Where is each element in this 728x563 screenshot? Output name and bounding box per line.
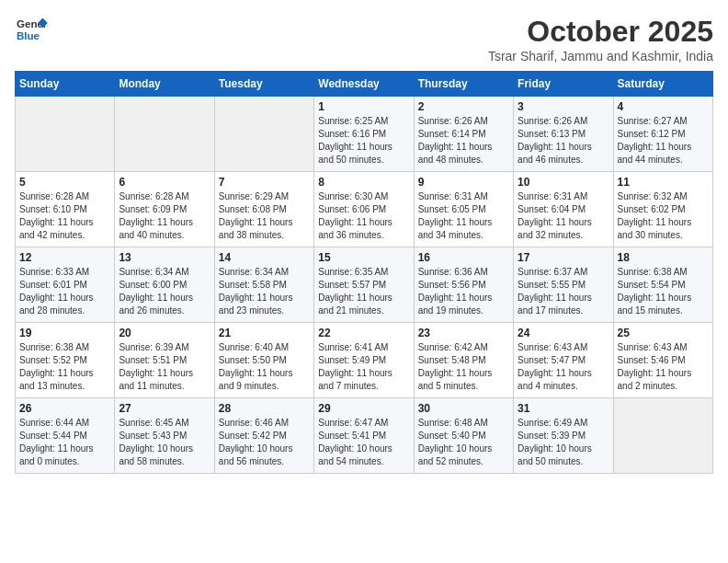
day-number: 22	[318, 327, 409, 339]
day-number: 21	[219, 327, 310, 339]
calendar-cell: 12Sunrise: 6:33 AM Sunset: 6:01 PM Dayli…	[16, 247, 115, 323]
day-number: 2	[418, 100, 509, 113]
day-info: Sunrise: 6:35 AM Sunset: 5:57 PM Dayligh…	[318, 266, 409, 317]
day-number: 5	[19, 176, 110, 189]
day-info: Sunrise: 6:34 AM Sunset: 6:00 PM Dayligh…	[119, 266, 210, 317]
calendar-cell: 22Sunrise: 6:41 AM Sunset: 5:49 PM Dayli…	[314, 323, 414, 398]
day-info: Sunrise: 6:47 AM Sunset: 5:41 PM Dayligh…	[318, 417, 409, 468]
weekday-header-row: SundayMondayTuesdayWednesdayThursdayFrid…	[16, 72, 713, 97]
day-info: Sunrise: 6:42 AM Sunset: 5:48 PM Dayligh…	[418, 341, 509, 393]
calendar-cell	[214, 97, 313, 172]
day-number: 24	[518, 327, 609, 339]
calendar-cell: 19Sunrise: 6:38 AM Sunset: 5:52 PM Dayli…	[16, 323, 115, 398]
day-info: Sunrise: 6:45 AM Sunset: 5:43 PM Dayligh…	[119, 417, 210, 468]
day-info: Sunrise: 6:43 AM Sunset: 5:47 PM Dayligh…	[518, 341, 609, 393]
day-number: 15	[318, 251, 409, 264]
day-info: Sunrise: 6:36 AM Sunset: 5:56 PM Dayligh…	[418, 266, 509, 317]
day-info: Sunrise: 6:41 AM Sunset: 5:49 PM Dayligh…	[318, 341, 409, 393]
calendar-cell: 3Sunrise: 6:26 AM Sunset: 6:13 PM Daylig…	[514, 97, 613, 172]
calendar-week-3: 12Sunrise: 6:33 AM Sunset: 6:01 PM Dayli…	[16, 247, 713, 323]
calendar-cell: 5Sunrise: 6:28 AM Sunset: 6:10 PM Daylig…	[16, 172, 115, 247]
day-info: Sunrise: 6:40 AM Sunset: 5:50 PM Dayligh…	[219, 341, 310, 393]
title-block: October 2025 Tsrar Sharif, Jammu and Kas…	[488, 15, 713, 63]
day-info: Sunrise: 6:38 AM Sunset: 5:52 PM Dayligh…	[19, 341, 110, 393]
calendar-cell: 26Sunrise: 6:44 AM Sunset: 5:44 PM Dayli…	[16, 398, 115, 474]
day-number: 7	[219, 176, 310, 189]
day-info: Sunrise: 6:28 AM Sunset: 6:10 PM Dayligh…	[19, 190, 110, 242]
calendar-cell: 4Sunrise: 6:27 AM Sunset: 6:12 PM Daylig…	[613, 97, 712, 172]
day-number: 16	[418, 251, 509, 264]
calendar-cell: 6Sunrise: 6:28 AM Sunset: 6:09 PM Daylig…	[115, 172, 214, 247]
calendar-table: SundayMondayTuesdayWednesdayThursdayFrid…	[15, 71, 713, 474]
day-number: 6	[119, 176, 210, 189]
calendar-week-4: 19Sunrise: 6:38 AM Sunset: 5:52 PM Dayli…	[16, 323, 713, 398]
day-info: Sunrise: 6:34 AM Sunset: 5:58 PM Dayligh…	[219, 266, 310, 317]
calendar-cell: 15Sunrise: 6:35 AM Sunset: 5:57 PM Dayli…	[314, 247, 414, 323]
day-info: Sunrise: 6:27 AM Sunset: 6:12 PM Dayligh…	[618, 115, 709, 167]
calendar-cell	[613, 398, 712, 474]
day-number: 18	[618, 251, 709, 264]
day-info: Sunrise: 6:46 AM Sunset: 5:42 PM Dayligh…	[219, 417, 310, 468]
weekday-header-friday: Friday	[514, 72, 613, 97]
day-info: Sunrise: 6:26 AM Sunset: 6:14 PM Dayligh…	[418, 115, 509, 167]
calendar-week-1: 1Sunrise: 6:25 AM Sunset: 6:16 PM Daylig…	[16, 97, 713, 172]
calendar-header: SundayMondayTuesdayWednesdayThursdayFrid…	[16, 72, 713, 97]
day-info: Sunrise: 6:37 AM Sunset: 5:55 PM Dayligh…	[518, 266, 609, 317]
calendar-cell	[16, 97, 115, 172]
logo: General Blue	[15, 15, 48, 44]
day-number: 1	[318, 100, 409, 113]
weekday-header-sunday: Sunday	[16, 72, 115, 97]
day-number: 27	[119, 402, 210, 415]
day-number: 4	[618, 100, 709, 113]
calendar-cell: 17Sunrise: 6:37 AM Sunset: 5:55 PM Dayli…	[514, 247, 613, 323]
day-info: Sunrise: 6:49 AM Sunset: 5:39 PM Dayligh…	[518, 417, 609, 468]
calendar-week-2: 5Sunrise: 6:28 AM Sunset: 6:10 PM Daylig…	[16, 172, 713, 247]
calendar-cell: 9Sunrise: 6:31 AM Sunset: 6:05 PM Daylig…	[414, 172, 513, 247]
calendar-cell: 10Sunrise: 6:31 AM Sunset: 6:04 PM Dayli…	[514, 172, 613, 247]
weekday-header-saturday: Saturday	[613, 72, 712, 97]
svg-text:Blue: Blue	[17, 30, 40, 41]
day-number: 12	[19, 251, 110, 264]
weekday-header-wednesday: Wednesday	[314, 72, 414, 97]
day-info: Sunrise: 6:33 AM Sunset: 6:01 PM Dayligh…	[19, 266, 110, 317]
day-info: Sunrise: 6:28 AM Sunset: 6:09 PM Dayligh…	[119, 190, 210, 242]
day-number: 31	[518, 402, 609, 415]
calendar-cell: 11Sunrise: 6:32 AM Sunset: 6:02 PM Dayli…	[613, 172, 712, 247]
month-title: October 2025	[488, 15, 713, 49]
day-info: Sunrise: 6:44 AM Sunset: 5:44 PM Dayligh…	[19, 417, 110, 468]
day-info: Sunrise: 6:30 AM Sunset: 6:06 PM Dayligh…	[318, 190, 409, 242]
day-info: Sunrise: 6:29 AM Sunset: 6:08 PM Dayligh…	[219, 190, 310, 242]
day-number: 23	[418, 327, 509, 339]
day-info: Sunrise: 6:25 AM Sunset: 6:16 PM Dayligh…	[318, 115, 409, 167]
calendar-cell: 31Sunrise: 6:49 AM Sunset: 5:39 PM Dayli…	[514, 398, 613, 474]
weekday-header-monday: Monday	[115, 72, 214, 97]
day-number: 10	[518, 176, 609, 189]
day-number: 3	[518, 100, 609, 113]
day-info: Sunrise: 6:43 AM Sunset: 5:46 PM Dayligh…	[618, 341, 709, 393]
day-info: Sunrise: 6:39 AM Sunset: 5:51 PM Dayligh…	[119, 341, 210, 393]
day-number: 29	[318, 402, 409, 415]
day-number: 9	[418, 176, 509, 189]
calendar-cell: 21Sunrise: 6:40 AM Sunset: 5:50 PM Dayli…	[214, 323, 313, 398]
calendar-cell: 8Sunrise: 6:30 AM Sunset: 6:06 PM Daylig…	[314, 172, 414, 247]
subtitle: Tsrar Sharif, Jammu and Kashmir, India	[488, 49, 713, 63]
day-number: 8	[318, 176, 409, 189]
calendar-cell	[115, 97, 214, 172]
calendar-body: 1Sunrise: 6:25 AM Sunset: 6:16 PM Daylig…	[16, 97, 713, 474]
day-info: Sunrise: 6:26 AM Sunset: 6:13 PM Dayligh…	[518, 115, 609, 167]
day-info: Sunrise: 6:48 AM Sunset: 5:40 PM Dayligh…	[418, 417, 509, 468]
calendar-cell: 14Sunrise: 6:34 AM Sunset: 5:58 PM Dayli…	[214, 247, 313, 323]
day-number: 19	[19, 327, 110, 339]
calendar-cell: 27Sunrise: 6:45 AM Sunset: 5:43 PM Dayli…	[115, 398, 214, 474]
weekday-header-thursday: Thursday	[414, 72, 513, 97]
calendar-cell: 18Sunrise: 6:38 AM Sunset: 5:54 PM Dayli…	[613, 247, 712, 323]
calendar-cell: 24Sunrise: 6:43 AM Sunset: 5:47 PM Dayli…	[514, 323, 613, 398]
calendar-cell: 7Sunrise: 6:29 AM Sunset: 6:08 PM Daylig…	[214, 172, 313, 247]
calendar-cell: 2Sunrise: 6:26 AM Sunset: 6:14 PM Daylig…	[414, 97, 513, 172]
day-number: 20	[119, 327, 210, 339]
calendar-cell: 28Sunrise: 6:46 AM Sunset: 5:42 PM Dayli…	[214, 398, 313, 474]
calendar-cell: 1Sunrise: 6:25 AM Sunset: 6:16 PM Daylig…	[314, 97, 414, 172]
day-number: 13	[119, 251, 210, 264]
calendar-cell: 16Sunrise: 6:36 AM Sunset: 5:56 PM Dayli…	[414, 247, 513, 323]
weekday-header-tuesday: Tuesday	[214, 72, 313, 97]
